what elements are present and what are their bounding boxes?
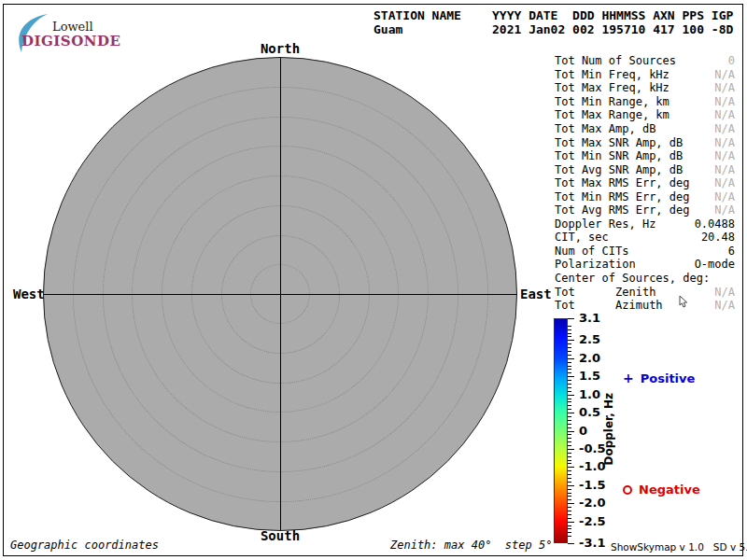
colorbar-minor-tick xyxy=(568,474,571,475)
label-east: East xyxy=(520,287,552,301)
colorbar-minor-tick xyxy=(568,372,571,373)
colorbar-minor-tick xyxy=(568,456,571,457)
colorbar-minor-tick xyxy=(568,351,571,352)
colorbar-minor-tick xyxy=(568,525,571,526)
colorbar-minor-tick xyxy=(568,496,571,497)
legend-positive-label: Positive xyxy=(641,371,696,385)
measurement-panel: Tot Num of Sources0Tot Min Freq, kHzN/AT… xyxy=(555,54,735,312)
colorbar-minor-tick xyxy=(568,460,571,461)
colorbar-minor-tick xyxy=(568,507,571,508)
logo-lowell-text: Lowell xyxy=(52,20,93,34)
legend-negative: Negative xyxy=(623,483,700,497)
panel-row-value: 0.0488 xyxy=(695,217,735,231)
panel-row-value: O-mode xyxy=(695,258,735,271)
circle-icon xyxy=(623,485,632,495)
panel-row-label: Polarization xyxy=(555,258,636,271)
panel-row-label: Doppler Res, Hz xyxy=(555,217,655,231)
colorbar-minor-tick xyxy=(568,434,571,435)
colorbar-minor-tick xyxy=(568,478,571,479)
panel-row-label: Tot Max Range, km xyxy=(555,108,669,121)
colorbar-major-tick xyxy=(568,543,574,544)
mouse-cursor xyxy=(679,296,688,308)
panel-row-value: N/A xyxy=(714,203,735,217)
panel-row: PolarizationO-mode xyxy=(555,258,735,272)
panel-row-label: Tot Avg RMS Err, deg xyxy=(555,203,690,217)
colorbar-minor-tick xyxy=(568,347,571,348)
panel-row-label: Tot Avg SNR Amp, dB xyxy=(555,163,683,176)
colorbar-major-tick xyxy=(568,522,574,523)
colorbar-tick-label: -3.1 xyxy=(579,536,605,550)
panel-row-value: 6 xyxy=(728,245,735,258)
panel-row-label: Center of Sources, deg: xyxy=(555,272,710,285)
footer-version: ShowSkymap v 1.0 SD v 5.1 xyxy=(611,541,747,553)
colorbar-minor-tick xyxy=(568,493,571,494)
colorbar-minor-tick xyxy=(568,427,571,428)
plus-icon: + xyxy=(623,371,634,385)
panel-row-value: N/A xyxy=(714,176,735,189)
panel-row-label: CIT, sec xyxy=(555,231,609,244)
colorbar-minor-tick xyxy=(568,499,571,500)
colorbar-minor-tick xyxy=(568,424,571,425)
colorbar-minor-tick xyxy=(568,399,571,399)
colorbar-major-tick xyxy=(568,503,574,504)
colorbar-minor-tick xyxy=(568,355,571,356)
panel-row: Num of CITs6 xyxy=(555,245,735,259)
legend-positive: + Positive xyxy=(623,371,695,385)
panel-row-value: N/A xyxy=(714,95,735,108)
panel-row: Center of Sources, deg: xyxy=(555,272,735,286)
colorbar-tick-label: 3.1 xyxy=(579,311,600,325)
colorbar-tick-label: -2.0 xyxy=(579,496,605,510)
panel-row-label: Tot Zenith xyxy=(555,286,655,299)
colorbar-minor-tick xyxy=(568,445,571,446)
panel-row-label: Tot Min RMS Err, deg xyxy=(555,190,690,203)
panel-row-label: Tot Max Amp, dB xyxy=(555,122,655,135)
colorbar-major-tick xyxy=(568,449,574,450)
label-north: North xyxy=(261,41,300,56)
panel-row: Tot Num of Sources0 xyxy=(555,54,735,68)
colorbar-minor-tick xyxy=(568,369,571,370)
panel-row-label: Tot Max RMS Err, deg xyxy=(555,176,690,189)
panel-row-value: N/A xyxy=(714,149,735,162)
header-station-value: Guam xyxy=(374,22,402,36)
colorbar-minor-tick xyxy=(568,391,571,392)
header-values: 2021 Jan02 002 195710 417 100 -8D xyxy=(492,22,733,36)
colorbar-tick-label: 2.5 xyxy=(579,332,600,346)
panel-row: Tot Avg RMS Err, degN/A xyxy=(555,203,735,217)
colorbar-major-tick xyxy=(568,395,574,396)
panel-row-label: Tot Max SNR Amp, dB xyxy=(555,136,683,149)
colorbar-minor-tick xyxy=(568,518,571,519)
north-south-axis xyxy=(280,58,281,530)
colorbar-major-tick xyxy=(568,376,574,377)
label-south: South xyxy=(261,528,300,543)
showskymap-screen: Lowell DIGISONDE STATION NAME YYYY DATE … xyxy=(0,0,747,560)
colorbar-minor-tick xyxy=(568,441,571,442)
colorbar-tick-label: 1.0 xyxy=(579,387,600,401)
panel-row-label: Tot Min Freq, kHz xyxy=(555,68,669,81)
colorbar-minor-tick xyxy=(568,528,571,529)
colorbar-axis-label: Doppler, Hz xyxy=(602,393,615,466)
panel-row-value: N/A xyxy=(714,68,735,81)
panel-row-label: Tot Azimuth xyxy=(555,299,663,312)
panel-row: Tot ZenithN/A xyxy=(555,285,735,299)
colorbar-minor-tick xyxy=(568,532,571,533)
label-west: West xyxy=(13,287,45,301)
colorbar-minor-tick xyxy=(568,333,571,334)
panel-row: Tot Min Freq, kHzN/A xyxy=(555,68,735,82)
panel-row-value: N/A xyxy=(714,122,735,135)
colorbar-minor-tick xyxy=(568,489,571,490)
colorbar-tick-label: 2.0 xyxy=(579,351,600,365)
panel-row: Tot Avg SNR Amp, dBN/A xyxy=(555,162,735,176)
colorbar-minor-tick xyxy=(568,362,571,363)
panel-row-value: N/A xyxy=(714,163,735,176)
panel-row-value: N/A xyxy=(714,108,735,121)
header-columns: YYYY DATE DDD HHMMSS AXN PPS IGP xyxy=(492,8,733,22)
colorbar-minor-tick xyxy=(568,416,571,417)
colorbar-major-tick xyxy=(568,318,574,319)
panel-row-value: 20.48 xyxy=(701,231,735,244)
panel-row: Tot Min RMS Err, degN/A xyxy=(555,189,735,203)
panel-row-label: Num of CITs xyxy=(555,245,628,258)
panel-row-value: N/A xyxy=(714,299,735,312)
panel-row: Tot Min SNR Amp, dBN/A xyxy=(555,149,735,163)
colorbar-minor-tick xyxy=(568,514,571,515)
panel-row: Tot Max Amp, dBN/A xyxy=(555,122,735,136)
